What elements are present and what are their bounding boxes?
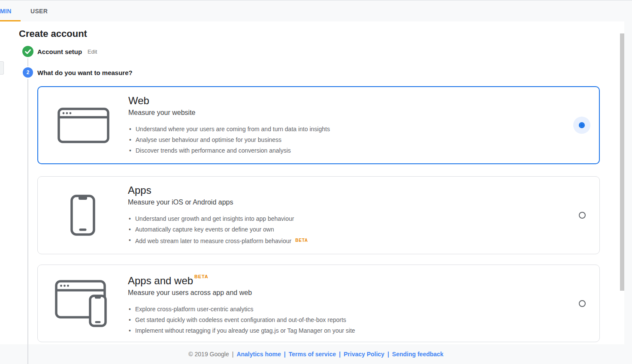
vertical-scrollbar-thumb[interactable] <box>620 33 624 291</box>
step2-label: What do you want to measure? <box>37 69 133 76</box>
browser-phone-icon <box>55 280 111 327</box>
footer-link-terms-of-service[interactable]: Terms of service <box>289 351 336 358</box>
tab-user-label: USER <box>30 8 48 15</box>
footer-copyright: © 2019 Google <box>188 351 229 358</box>
page-title: Create account <box>19 28 87 39</box>
footer-separator: | <box>387 351 389 358</box>
beta-badge: BETA <box>194 274 208 279</box>
tab-admin-label: MIN <box>0 8 12 15</box>
option-title: Web <box>128 95 556 107</box>
edit-account-setup-link[interactable]: Edit <box>88 48 97 55</box>
radio-web-selected[interactable] <box>573 117 590 134</box>
beta-badge: BETA <box>295 238 308 243</box>
bullet-item: Explore cross-platform user-centric anal… <box>128 304 556 315</box>
bullet-item: Discover trends with performance and con… <box>128 145 556 156</box>
footer: © 2019 Google | Analytics home | Terms o… <box>0 344 632 364</box>
step1-label: Account setup <box>37 48 82 55</box>
bullet-item: Automatically capture key events or defi… <box>128 224 556 235</box>
option-card-apps[interactable]: Apps Measure your iOS or Android apps Un… <box>37 176 600 254</box>
option-bullet-list: Understand where your users are coming f… <box>128 124 556 156</box>
option-title: Apps and webBETA <box>128 271 556 287</box>
browser-icon <box>57 108 109 143</box>
bullet-item: Analyse user behaviour and optimise for … <box>128 135 556 145</box>
bullet-item: Understand where your users are coming f… <box>128 124 556 135</box>
footer-link-sending-feedback[interactable]: Sending feedback <box>392 351 444 358</box>
option-subtitle: Measure your users across app and web <box>128 289 556 297</box>
radio-apps-and-web[interactable] <box>579 300 586 307</box>
option-subtitle: Measure your website <box>128 109 556 117</box>
step1-complete-check-icon <box>22 46 33 57</box>
footer-separator: | <box>339 351 341 358</box>
stepper-connector <box>27 79 28 364</box>
footer-separator: | <box>284 351 286 358</box>
bullet-item: Understand user growth and get insights … <box>128 214 556 224</box>
option-bullet-list: Explore cross-platform user-centric anal… <box>128 304 556 336</box>
step2-number: 2 <box>27 69 30 75</box>
option-card-apps-and-web[interactable]: Apps and webBETA Measure your users acro… <box>37 265 600 342</box>
step2-number-badge: 2 <box>23 67 33 78</box>
footer-separator: | <box>232 351 234 358</box>
option-bullet-list: Understand user growth and get insights … <box>128 214 556 247</box>
stepper-connector <box>27 58 28 66</box>
main-panel: Create account 2 Account setup Edit What… <box>0 21 624 344</box>
tab-user[interactable]: USER <box>30 0 48 21</box>
clipped-side-element <box>0 61 4 75</box>
phone-icon <box>70 195 95 236</box>
tab-admin[interactable]: MIN <box>0 0 12 21</box>
tab-bar: MIN USER <box>0 0 632 21</box>
bullet-item: Implement without retagging if you alrea… <box>128 325 556 336</box>
option-subtitle: Measure your iOS or Android apps <box>128 199 556 206</box>
bullet-item: Get started quickly with codeless event … <box>128 315 556 325</box>
footer-link-analytics-home[interactable]: Analytics home <box>236 351 281 358</box>
option-title: Apps <box>128 184 556 196</box>
bullet-item: Add web stream later to measure cross-pl… <box>128 235 556 247</box>
footer-link-privacy-policy[interactable]: Privacy Policy <box>344 351 384 358</box>
radio-apps[interactable] <box>579 212 586 219</box>
option-card-web[interactable]: Web Measure your website Understand wher… <box>37 86 600 164</box>
